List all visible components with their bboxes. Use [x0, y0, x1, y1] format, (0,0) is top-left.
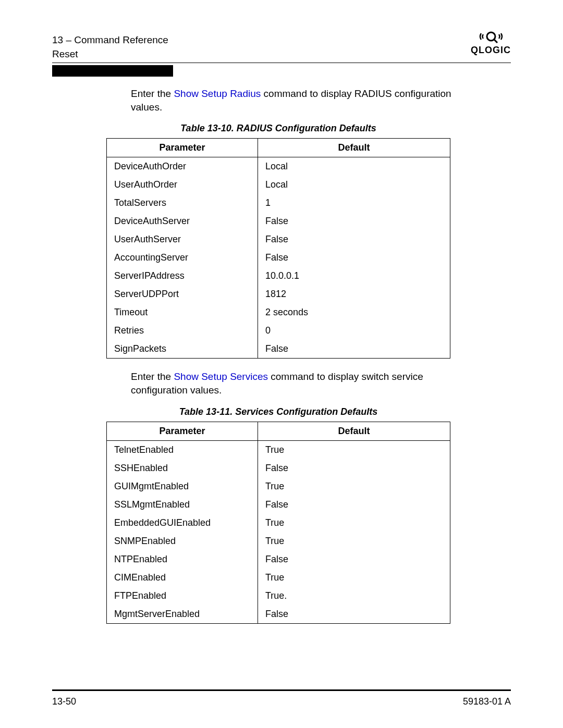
table-row: Timeout2 seconds	[107, 303, 450, 322]
table2-caption: Table 13-11. Services Configuration Defa…	[106, 406, 450, 417]
cell-parameter: TelnetEnabled	[107, 440, 258, 459]
cell-default: 10.0.0.1	[258, 267, 450, 285]
footer-line: 13-50 59183-01 A	[52, 696, 511, 707]
footer-rule	[52, 689, 511, 691]
header-rule	[52, 63, 511, 63]
services-defaults-table: Parameter Default TelnetEnabledTrueSSHEn…	[106, 422, 450, 624]
cell-default: True.	[258, 587, 450, 605]
cell-default: False	[258, 212, 450, 230]
cell-default: Local	[258, 176, 450, 194]
cell-parameter: ServerIPAddress	[107, 267, 258, 285]
cell-parameter: MgmtServerEnabled	[107, 605, 258, 624]
cell-default: 0	[258, 322, 450, 340]
cell-default: 2 seconds	[258, 303, 450, 322]
table-row: SignPacketsFalse	[107, 340, 450, 359]
intro1-pre: Enter the	[131, 88, 174, 99]
document-id: 59183-01 A	[463, 696, 511, 707]
radius-defaults-table: Parameter Default DeviceAuthOrderLocalUs…	[106, 138, 450, 359]
cell-parameter: SSLMgmtEnabled	[107, 496, 258, 514]
table-row: GUIMgmtEnabledTrue	[107, 477, 450, 496]
table-row: SSLMgmtEnabledFalse	[107, 496, 450, 514]
cell-parameter: FTPEnabled	[107, 587, 258, 605]
cell-default: False	[258, 249, 450, 267]
table1-body: DeviceAuthOrderLocalUserAuthOrderLocalTo…	[107, 157, 450, 359]
section-bar	[52, 65, 173, 77]
cell-parameter: Retries	[107, 322, 258, 340]
table-row: CIMEnabledTrue	[107, 569, 450, 587]
page-number: 13-50	[52, 696, 76, 707]
cell-parameter: EmbeddedGUIEnabled	[107, 514, 258, 532]
col-parameter: Parameter	[107, 422, 258, 440]
col-parameter: Parameter	[107, 139, 258, 157]
qlogic-icon	[479, 30, 503, 44]
cell-default: False	[258, 459, 450, 477]
show-setup-services-link[interactable]: Show Setup Services	[174, 371, 268, 382]
brand-name: QLOGIC	[471, 45, 511, 56]
cell-parameter: DeviceAuthServer	[107, 212, 258, 230]
col-default: Default	[258, 139, 450, 157]
cell-default: False	[258, 550, 450, 569]
svg-line-1	[494, 39, 497, 43]
table1-caption: Table 13-10. RADIUS Configuration Defaul…	[106, 123, 450, 134]
intro-text-1: Enter the Show Setup Radius command to d…	[131, 87, 454, 114]
cell-parameter: SSHEnabled	[107, 459, 258, 477]
cell-default: Local	[258, 157, 450, 176]
cell-parameter: UserAuthOrder	[107, 176, 258, 194]
page: 13 – Command Reference Reset QLOGIC Ente…	[0, 0, 563, 728]
header-section: 13 – Command Reference	[52, 33, 168, 47]
table-header-row: Parameter Default	[107, 139, 450, 157]
table-row: Retries0	[107, 322, 450, 340]
table-row: EmbeddedGUIEnabledTrue	[107, 514, 450, 532]
table-row: AccountingServerFalse	[107, 249, 450, 267]
cell-default: False	[258, 605, 450, 624]
cell-parameter: UserAuthServer	[107, 230, 258, 249]
table-row: FTPEnabledTrue.	[107, 587, 450, 605]
cell-default: False	[258, 230, 450, 249]
header-text: 13 – Command Reference Reset	[52, 33, 168, 61]
cell-parameter: CIMEnabled	[107, 569, 258, 587]
cell-parameter: GUIMgmtEnabled	[107, 477, 258, 496]
cell-default: False	[258, 496, 450, 514]
page-footer: 13-50 59183-01 A	[52, 689, 511, 707]
table-row: ServerIPAddress10.0.0.1	[107, 267, 450, 285]
table-row: DeviceAuthServerFalse	[107, 212, 450, 230]
header-subsection: Reset	[52, 47, 168, 61]
table-header-row: Parameter Default	[107, 422, 450, 440]
cell-parameter: Timeout	[107, 303, 258, 322]
cell-default: True	[258, 532, 450, 550]
table-row: DeviceAuthOrderLocal	[107, 157, 450, 176]
table-row: UserAuthOrderLocal	[107, 176, 450, 194]
cell-parameter: ServerUDPPort	[107, 285, 258, 303]
table-row: ServerUDPPort1812	[107, 285, 450, 303]
table-row: MgmtServerEnabledFalse	[107, 605, 450, 624]
cell-default: True	[258, 440, 450, 459]
table-row: TotalServers1	[107, 194, 450, 212]
intro2-pre: Enter the	[131, 371, 174, 382]
page-header: 13 – Command Reference Reset QLOGIC	[52, 30, 511, 61]
table-row: SNMPEnabledTrue	[107, 532, 450, 550]
table-row: UserAuthServerFalse	[107, 230, 450, 249]
cell-default: False	[258, 340, 450, 359]
table-row: NTPEnabledFalse	[107, 550, 450, 569]
cell-parameter: DeviceAuthOrder	[107, 157, 258, 176]
col-default: Default	[258, 422, 450, 440]
cell-default: 1812	[258, 285, 450, 303]
cell-default: 1	[258, 194, 450, 212]
cell-default: True	[258, 514, 450, 532]
cell-parameter: TotalServers	[107, 194, 258, 212]
show-setup-radius-link[interactable]: Show Setup Radius	[174, 88, 261, 99]
cell-default: True	[258, 477, 450, 496]
intro-text-2: Enter the Show Setup Services command to…	[131, 370, 454, 397]
cell-parameter: SNMPEnabled	[107, 532, 258, 550]
table2-body: TelnetEnabledTrueSSHEnabledFalseGUIMgmtE…	[107, 440, 450, 623]
cell-parameter: NTPEnabled	[107, 550, 258, 569]
table-row: SSHEnabledFalse	[107, 459, 450, 477]
table-row: TelnetEnabledTrue	[107, 440, 450, 459]
cell-parameter: SignPackets	[107, 340, 258, 359]
cell-default: True	[258, 569, 450, 587]
cell-parameter: AccountingServer	[107, 249, 258, 267]
brand-logo: QLOGIC	[471, 30, 511, 56]
